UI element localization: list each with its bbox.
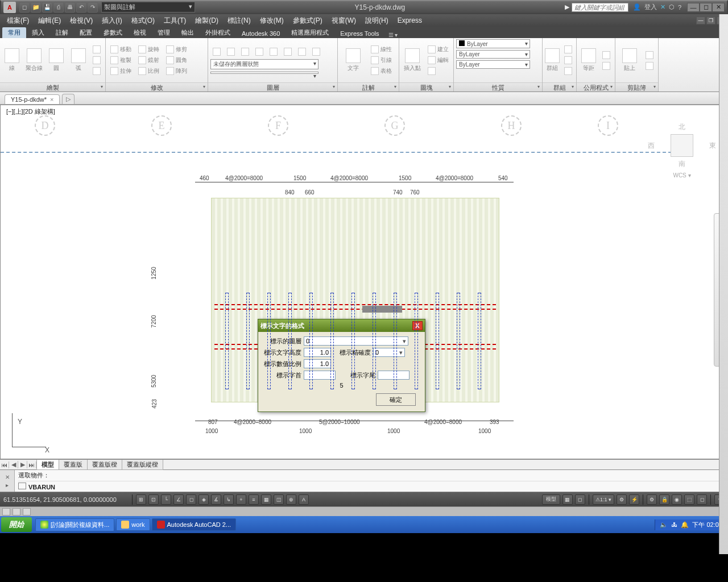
ql-desktop-icon[interactable] (2, 508, 10, 516)
btn-scale[interactable]: 比例 (136, 66, 162, 76)
ribtab-express[interactable]: Express Tools (334, 29, 384, 38)
qat-new[interactable]: ◻ (19, 2, 30, 13)
prop-color[interactable]: ByLayer (456, 39, 530, 48)
draw-extra1[interactable] (90, 44, 103, 55)
qat-saveas[interactable]: ⎙ (53, 2, 64, 13)
btn-dimlin[interactable]: 線性 (369, 44, 394, 55)
grp-1[interactable] (562, 44, 574, 55)
ribtab-annotate[interactable]: 註解 (50, 27, 74, 38)
menu-dimension[interactable]: 標註(N) (223, 15, 255, 27)
start-button[interactable]: 開始 (1, 517, 32, 532)
qat-redo[interactable]: ↷ (88, 2, 98, 13)
btn-pline[interactable]: 聚合線 (24, 40, 44, 80)
layer-tool3[interactable] (239, 47, 251, 57)
ribtab-plugins[interactable]: 外掛程式 (200, 27, 236, 38)
btn-copy[interactable]: 複製 (108, 55, 134, 65)
ribbon-collapse-icon[interactable]: ☰ ▾ (388, 32, 398, 38)
sb-lgrid[interactable]: ▦ (562, 494, 573, 505)
ql-3-icon[interactable] (23, 508, 31, 516)
sb-osnap[interactable]: ◻ (186, 494, 196, 505)
sb-iso[interactable]: ⬚ (684, 494, 694, 505)
prop-ltype[interactable]: ByLayer (456, 60, 530, 69)
help-icon[interactable]: ? (678, 4, 681, 11)
btn-bcreate[interactable]: 建立 (425, 44, 451, 55)
file-tab[interactable]: Y15-p-dkdw*× (5, 94, 60, 104)
sb-ortho[interactable]: └ (161, 494, 171, 505)
menu-file[interactable]: 檔案(F) (2, 15, 34, 27)
minimize-button[interactable]: — (687, 3, 700, 12)
prop-lweight[interactable]: ByLayer (456, 50, 530, 59)
clip-cut[interactable] (643, 50, 656, 60)
btn-text[interactable]: 文字 (340, 40, 366, 80)
task-autocad[interactable]: Autodesk AutoCAD 2... (152, 518, 237, 531)
a360-icon[interactable]: ⬡ (669, 3, 675, 11)
ltab-nav-last[interactable]: ⏭ (27, 462, 36, 468)
menu-draw[interactable]: 繪製(D) (191, 15, 223, 27)
sb-ws[interactable]: ⚙ (647, 494, 657, 505)
task-folder[interactable]: work (116, 518, 150, 531)
tray-icon[interactable]: 🔈 (660, 521, 668, 529)
menu-view[interactable]: 檢視(V) (65, 15, 97, 27)
system-tray[interactable]: 🔈 🖧 🔔 下午 02:09 (655, 519, 727, 530)
ribtab-insert[interactable]: 插入 (26, 27, 50, 38)
sb-qv[interactable]: ◻ (575, 494, 585, 505)
util-1[interactable] (600, 50, 613, 60)
btn-mirror[interactable]: 鏡射 (136, 55, 162, 65)
qat-plot[interactable]: 🖶 (65, 2, 75, 13)
btn-leader[interactable]: 引線 (369, 55, 394, 65)
btn-insert[interactable]: 插入點 (402, 40, 423, 80)
ribtab-view[interactable]: 檢視 (128, 27, 152, 38)
infocenter-icon[interactable]: 👤 (633, 3, 641, 11)
sb-dyn[interactable]: + (236, 494, 246, 505)
inp-height[interactable] (304, 348, 331, 357)
menu-parametric[interactable]: 參數式(P) (288, 15, 327, 27)
qat-undo[interactable]: ↶ (76, 2, 86, 13)
ql-2-icon[interactable] (13, 508, 20, 516)
exchange-icon[interactable]: ✕ (660, 3, 665, 11)
close-button[interactable]: ✕ (712, 3, 725, 12)
btn-trim[interactable]: 修剪 (164, 44, 189, 55)
workspace-combo[interactable]: 製圖與註解 (101, 2, 195, 13)
grp-2[interactable] (562, 55, 574, 65)
btn-group[interactable]: 群組 (545, 40, 560, 80)
file-tab-new[interactable]: ▷ (62, 94, 75, 104)
ribtab-layout[interactable]: 配置 (74, 27, 98, 38)
ltab-nav-first[interactable]: ⏮ (0, 462, 9, 468)
btn-line[interactable]: 線 (2, 40, 22, 80)
menu-window[interactable]: 視窗(W) (327, 15, 361, 27)
mdi-min[interactable]: — (696, 16, 705, 24)
cmd-handle-icon[interactable]: ✕ (5, 474, 10, 480)
ribtab-manage[interactable]: 管理 (152, 27, 176, 38)
mdi-restore[interactable]: ❐ (706, 16, 715, 24)
tray-icon[interactable]: 🖧 (671, 521, 677, 528)
task-chrome[interactable]: [討論]關於複線資料... (35, 518, 114, 531)
tray-icon[interactable]: 🔔 (681, 521, 689, 529)
layer-tool7[interactable] (296, 47, 308, 57)
menu-modify[interactable]: 修改(M) (255, 15, 288, 27)
layer-state-combo[interactable]: 未儲存的圖層狀態 (210, 59, 318, 69)
sel-layer[interactable]: 0 (304, 336, 408, 346)
btn-stretch[interactable]: 拉伸 (108, 66, 134, 76)
btn-arc[interactable]: 弧 (68, 40, 88, 80)
clip-copy[interactable] (643, 61, 656, 71)
btn-move[interactable]: 移動 (108, 44, 134, 55)
layer-combo[interactable] (210, 72, 318, 74)
qat-save[interactable]: 💾 (42, 2, 52, 13)
sb-lwt[interactable]: ≡ (249, 494, 259, 505)
menu-help[interactable]: 說明(H) (361, 15, 393, 27)
file-tab-close[interactable]: × (50, 96, 53, 103)
ltab-nav-prev[interactable]: ◀ (9, 461, 18, 468)
command-line[interactable]: 選取物件： VBARUN (15, 470, 728, 492)
util-2[interactable] (600, 61, 613, 71)
maximize-button[interactable]: ◻ (700, 3, 712, 12)
sel-prec[interactable]: 0 (373, 348, 405, 357)
sb-lock[interactable]: 🔒 (659, 494, 669, 505)
layer-tool6[interactable] (282, 47, 294, 57)
btn-rotate[interactable]: 旋轉 (136, 44, 162, 55)
layer-tool5[interactable] (267, 47, 280, 57)
sb-model[interactable]: 模型 (542, 494, 560, 505)
menu-edit[interactable]: 編輯(E) (34, 15, 65, 27)
btn-bedit[interactable]: 編輯 (425, 55, 451, 65)
dialog-ok-button[interactable]: 確定 (376, 393, 416, 406)
sb-grid[interactable]: ⊞ (136, 494, 146, 505)
